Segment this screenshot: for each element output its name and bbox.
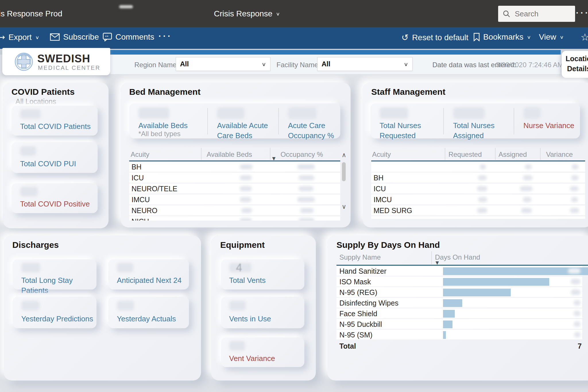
redacted-value bbox=[571, 279, 581, 284]
supply-name-cell: N-95 (SM) bbox=[339, 331, 372, 339]
table-row[interactable]: NEURO/TELE bbox=[129, 184, 340, 194]
bed-col-acuity[interactable]: Acuity bbox=[131, 150, 149, 159]
redacted-value bbox=[523, 107, 541, 119]
covid-card-subtitle: All Locations bbox=[16, 97, 56, 106]
toolbar-more-icon[interactable]: ··· bbox=[158, 31, 172, 41]
redacted-value bbox=[229, 301, 246, 310]
table-row[interactable]: MED SURG bbox=[371, 205, 585, 215]
total-long-stay-tile: Total Long Stay Patients bbox=[13, 259, 96, 289]
table-row[interactable]: ICU bbox=[129, 173, 340, 183]
supply-table-body: Hand Sanitizer ISO Mask N-95 (REG) Disin… bbox=[336, 266, 582, 351]
page-title-dropdown[interactable]: Crisis Response ∨ bbox=[214, 9, 280, 18]
days-on-hand-bar bbox=[443, 289, 511, 296]
redacted-value bbox=[288, 107, 317, 119]
supply-name-cell: Disinfecting Wipes bbox=[339, 299, 399, 307]
column-divider bbox=[495, 148, 496, 160]
column-divider bbox=[201, 148, 202, 160]
table-row-partial[interactable]: NICU bbox=[129, 216, 340, 221]
table-row[interactable]: NEURO bbox=[129, 205, 340, 215]
covid-patients-card: COVID Patients All Locations Total COVID… bbox=[3, 82, 109, 228]
supply-row[interactable]: N-95 Duckbill bbox=[336, 319, 582, 329]
tile-label: Yesterday Actuals bbox=[117, 314, 176, 324]
facility-filter-dropdown[interactable]: All ∨ bbox=[317, 57, 413, 71]
supply-row[interactable]: N-95 (REG) bbox=[336, 287, 582, 297]
staff-col-acuity[interactable]: Acuity bbox=[372, 150, 391, 159]
column-divider bbox=[445, 148, 445, 160]
export-arrow-icon: → bbox=[0, 32, 5, 42]
view-button[interactable]: View ∨ bbox=[539, 32, 564, 42]
vent-variance-tile: Vent Variance bbox=[221, 337, 304, 367]
table-row[interactable]: IMCU bbox=[371, 194, 585, 204]
scroll-up-icon[interactable]: ∧ bbox=[342, 151, 346, 159]
redacted-value bbox=[480, 164, 486, 169]
comments-button[interactable]: Comments bbox=[103, 32, 154, 42]
days-on-hand-bar bbox=[443, 299, 462, 307]
redacted-value bbox=[477, 208, 487, 213]
supply-total-row: Total 7 bbox=[336, 340, 582, 351]
bookmarks-button[interactable]: Bookmarks ∨ bbox=[473, 32, 531, 42]
region-filter-value: All bbox=[180, 60, 189, 68]
more-options-icon[interactable]: ··· bbox=[576, 8, 588, 18]
supply-row[interactable]: ISO Mask bbox=[336, 277, 582, 286]
export-button[interactable]: → Export ∨ bbox=[0, 32, 39, 42]
region-filter-dropdown[interactable]: All ∨ bbox=[176, 57, 270, 71]
facility-filter-label: Facility Name: bbox=[276, 61, 320, 69]
acuity-cell: IMCU bbox=[131, 196, 150, 204]
chevron-down-icon: ∨ bbox=[35, 34, 39, 40]
table-row[interactable] bbox=[371, 162, 585, 172]
page-title: Crisis Response bbox=[214, 9, 272, 18]
kpi-divider bbox=[278, 108, 279, 134]
supply-row[interactable]: Hand Sanitizer bbox=[336, 266, 582, 276]
redacted-value bbox=[571, 197, 578, 202]
days-on-hand-bar bbox=[443, 310, 455, 318]
redacted-value bbox=[570, 208, 579, 213]
supply-row[interactable]: Face Shield bbox=[336, 308, 582, 318]
tile-label: Vent Variance bbox=[229, 354, 275, 364]
bed-col-available-beds[interactable]: Available Beds bbox=[189, 150, 252, 159]
search-input[interactable] bbox=[514, 9, 558, 19]
subscribe-button[interactable]: Subscribe bbox=[50, 32, 99, 42]
days-on-hand-bar bbox=[443, 267, 588, 275]
supply-row[interactable]: Disinfecting Wipes bbox=[336, 298, 582, 308]
kpi-label: Nurse Variance bbox=[523, 121, 581, 131]
supply-row[interactable]: N-95 (SM) bbox=[336, 330, 582, 339]
redacted-value bbox=[453, 107, 485, 119]
scrollbar-thumb[interactable] bbox=[342, 162, 346, 181]
staff-kpi-strip: Total Nurses Requested Total Nurses Assi… bbox=[370, 103, 580, 138]
staff-col-assigned[interactable]: Assigned bbox=[487, 150, 527, 159]
scroll-down-icon[interactable]: ∨ bbox=[342, 203, 346, 210]
acuity-cell: BH bbox=[131, 163, 142, 171]
bed-col-occupancy[interactable]: Occupancy % bbox=[261, 150, 323, 159]
supply-col-name[interactable]: Supply Name bbox=[339, 253, 381, 261]
supply-col-days[interactable]: Days On Hand bbox=[435, 253, 480, 261]
redacted-value bbox=[299, 175, 314, 180]
supply-card-title: Supply By Days On Hand bbox=[336, 240, 440, 250]
total-vents-tile: 4 Total Vents bbox=[221, 259, 304, 289]
table-row[interactable]: ICU bbox=[371, 184, 585, 194]
bed-kpi-strip: Available Beds *All bed types Available … bbox=[129, 103, 340, 138]
chevron-down-icon: ∨ bbox=[560, 34, 564, 40]
redacted-value bbox=[477, 186, 487, 191]
chevron-down-icon: ∨ bbox=[276, 11, 280, 16]
supply-name-cell: ISO Mask bbox=[339, 278, 371, 286]
staff-col-variance[interactable]: Variance bbox=[533, 150, 573, 159]
location-details-tab[interactable]: Location Details bbox=[562, 51, 588, 78]
tile-label: Yesterday Predictions bbox=[21, 314, 93, 324]
equipment-card: Equipment 4 Total Vents Vents in Use Ven… bbox=[211, 235, 316, 381]
table-row[interactable]: IMCU bbox=[129, 194, 340, 204]
hospital-logo-panel: SWEDISH MEDICAL CENTER bbox=[2, 48, 110, 75]
redacted-value bbox=[240, 175, 252, 180]
redacted-value bbox=[240, 197, 251, 202]
comments-label: Comments bbox=[115, 32, 154, 42]
swedish-logo-icon bbox=[14, 52, 34, 72]
search-box[interactable] bbox=[498, 6, 575, 22]
table-row[interactable]: BH bbox=[129, 162, 340, 172]
kpi-label: Available Beds bbox=[138, 121, 188, 131]
staff-col-requested[interactable]: Requested bbox=[436, 150, 482, 159]
reset-icon: ↻ bbox=[401, 32, 409, 43]
favorite-star-icon[interactable]: ☆ bbox=[581, 31, 588, 43]
redacted-value bbox=[117, 301, 134, 310]
table-row[interactable]: BH bbox=[371, 173, 585, 183]
reset-to-default-button[interactable]: ↻ Reset to default bbox=[401, 32, 468, 43]
app-title: is Response Prod bbox=[0, 9, 62, 18]
